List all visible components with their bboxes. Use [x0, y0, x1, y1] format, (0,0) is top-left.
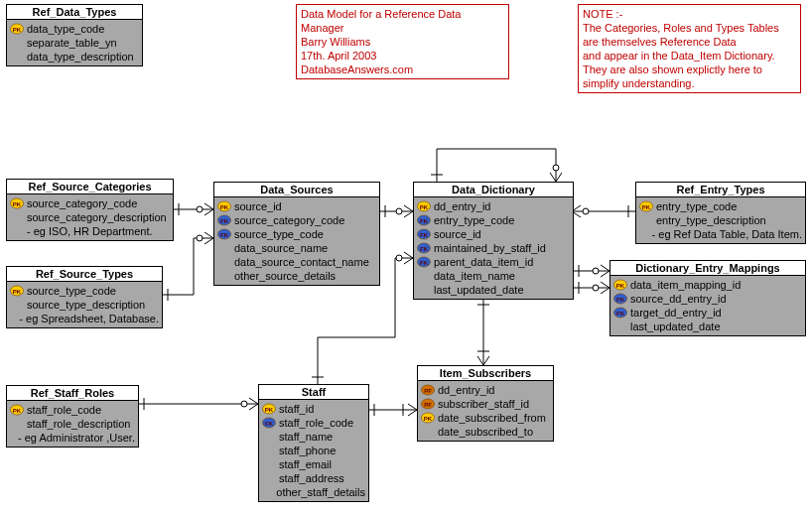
key-icon: PK	[10, 404, 24, 416]
svg-point-38	[593, 285, 599, 291]
column-row: staff_phone	[259, 444, 368, 457]
column-row: PKstaff_id	[259, 402, 368, 416]
column-name: other_staff_details	[276, 485, 365, 499]
entity-title: Item_Subscribers	[418, 366, 553, 381]
column-row: staff_role_description	[7, 417, 138, 431]
column-name: entry_type_code	[656, 199, 737, 213]
entity-data-dictionary: Data_DictionaryPKdd_entry_idFKentry_type…	[413, 182, 574, 300]
column-name: dd_entry_id	[434, 199, 491, 213]
column-name: source_id	[234, 199, 282, 213]
svg-text:PK: PK	[13, 27, 22, 33]
entity-title: Data_Dictionary	[414, 183, 573, 197]
note-line: are themselves Reference Data	[583, 35, 796, 49]
key-icon: PF	[421, 398, 435, 410]
column-name: date_subscribed_to	[438, 425, 533, 439]
svg-line-32	[601, 271, 609, 277]
entity-title: Ref_Entry_Types	[636, 183, 805, 197]
note-line: DatabaseAnswers.com	[301, 63, 504, 76]
column-name: source_category_description	[27, 210, 167, 224]
key-icon: PK	[10, 197, 24, 209]
note-line: simplify understanding.	[583, 76, 796, 90]
column-name: data_source_contact_name	[234, 255, 369, 269]
note-line: Barry Williams	[301, 35, 504, 49]
svg-text:PK: PK	[13, 289, 22, 295]
svg-line-55	[408, 410, 417, 416]
column-name: target_dd_entry_id	[630, 306, 722, 320]
entity-title: Ref_Staff_Roles	[7, 386, 138, 401]
entity-ref-source-types: Ref_Source_TypesPKsource_type_codesource…	[6, 266, 163, 328]
svg-point-21	[583, 208, 589, 214]
svg-text:FK: FK	[616, 311, 625, 317]
entity-title: Ref_Source_Types	[7, 267, 162, 282]
column-row: other_staff_details	[259, 485, 368, 499]
note-line: 17th. April 2003	[301, 49, 504, 63]
svg-text:PF: PF	[424, 402, 432, 408]
column-name: source_dd_entry_id	[630, 292, 727, 306]
note-line: and appear in the Data_Item Dictionary.	[583, 49, 796, 63]
entity-ref-staff-roles: Ref_Staff_RolesPKstaff_role_codestaff_ro…	[6, 385, 139, 448]
column-name: staff_role_code	[279, 416, 353, 430]
svg-point-61	[241, 401, 247, 407]
column-name: last_updated_date	[630, 320, 721, 333]
svg-text:FK: FK	[420, 260, 429, 266]
key-icon: FK	[613, 307, 627, 319]
column-row: FKstaff_role_code	[259, 416, 368, 430]
note-line: NOTE :-	[583, 7, 796, 21]
column-row: source_type_description	[7, 298, 162, 312]
column-name: source_id	[434, 227, 481, 241]
column-name: data_type_description	[27, 50, 134, 64]
svg-line-50	[404, 258, 413, 264]
svg-text:FK: FK	[420, 218, 429, 224]
column-row: FKsource_id	[414, 227, 573, 241]
svg-text:PK: PK	[265, 407, 274, 413]
column-name: subscriber_staff_id	[438, 397, 529, 411]
svg-line-10	[204, 238, 213, 244]
svg-line-36	[601, 282, 609, 288]
column-name: staff_address	[279, 471, 344, 485]
column-row: PKsource_type_code	[7, 284, 162, 298]
title-note: Data Model for a Reference Data Manager …	[296, 4, 509, 79]
column-row: data_source_name	[214, 241, 379, 255]
column-name: source_category_code	[234, 213, 344, 227]
column-row: PKdata_item_mapping_id	[610, 278, 805, 292]
svg-text:PK: PK	[420, 204, 429, 210]
column-name: staff_email	[279, 457, 332, 471]
svg-point-33	[593, 268, 599, 274]
column-row: entry_type_description	[636, 213, 805, 227]
column-name: parent_data_item_id	[434, 255, 533, 269]
column-row: data_type_description	[7, 50, 142, 64]
svg-line-37	[601, 288, 609, 294]
entity-title: Dictionary_Entry_Mappings	[610, 261, 805, 276]
key-icon: FK	[417, 242, 431, 254]
column-name: source_type_description	[27, 298, 145, 312]
svg-line-41	[477, 356, 483, 365]
entity-title: Ref_Data_Types	[7, 5, 142, 20]
svg-line-2	[204, 203, 213, 209]
entity-title: Data_Sources	[214, 183, 379, 197]
column-row: last_updated_date	[414, 283, 573, 297]
note-line: They are also shown explictly here to	[583, 63, 796, 76]
entity-ref-source-categories: Ref_Source_CategoriesPKsource_category_c…	[6, 179, 174, 241]
column-row: PKsource_id	[214, 199, 379, 213]
column-row: FKsource_dd_entry_id	[610, 292, 805, 306]
column-row: FKtarget_dd_entry_id	[610, 306, 805, 320]
column-row: FKmaintained_by_staff_id	[414, 241, 573, 255]
key-icon: PK	[613, 279, 627, 291]
svg-text:PK: PK	[13, 201, 22, 207]
svg-text:PK: PK	[13, 408, 22, 414]
column-row: source_category_description	[7, 210, 173, 224]
column-name: entry_type_description	[656, 213, 766, 227]
column-row: FKentry_type_code	[414, 213, 573, 227]
svg-text:PK: PK	[424, 416, 433, 422]
svg-line-26	[550, 173, 556, 182]
entity-data-sources: Data_SourcesPKsource_idFKsource_category…	[213, 182, 380, 286]
column-name: - eg ISO, HR Department.	[27, 224, 153, 238]
note-line: Data Model for a Reference Data Manager	[301, 7, 504, 35]
column-name: data_item_name	[434, 269, 515, 283]
column-row: data_item_name	[414, 269, 573, 283]
column-row: PKstaff_role_code	[7, 403, 138, 417]
column-name: last_updated_date	[434, 283, 524, 297]
column-row: - eg Spreadsheet, Database.	[7, 312, 162, 325]
svg-point-28	[553, 165, 559, 171]
entity-ref-entry-types: Ref_Entry_TypesPKentry_type_codeentry_ty…	[635, 182, 806, 244]
